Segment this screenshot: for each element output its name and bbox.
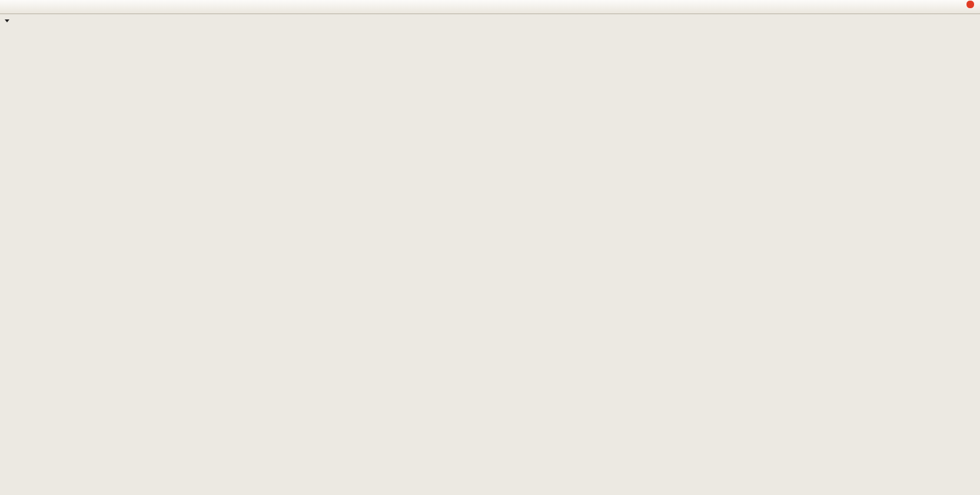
chart-canvas[interactable]: [0, 0, 980, 495]
mt4-window: [0, 0, 980, 495]
search-icon: [942, 2, 951, 12]
main-toolbar: [0, 0, 980, 14]
notifications-button[interactable]: [958, 1, 973, 14]
toolbar-right: [938, 1, 975, 14]
symbol-dropdown-icon[interactable]: [5, 19, 9, 22]
search-button[interactable]: [939, 1, 954, 14]
notification-badge: [966, 0, 975, 9]
